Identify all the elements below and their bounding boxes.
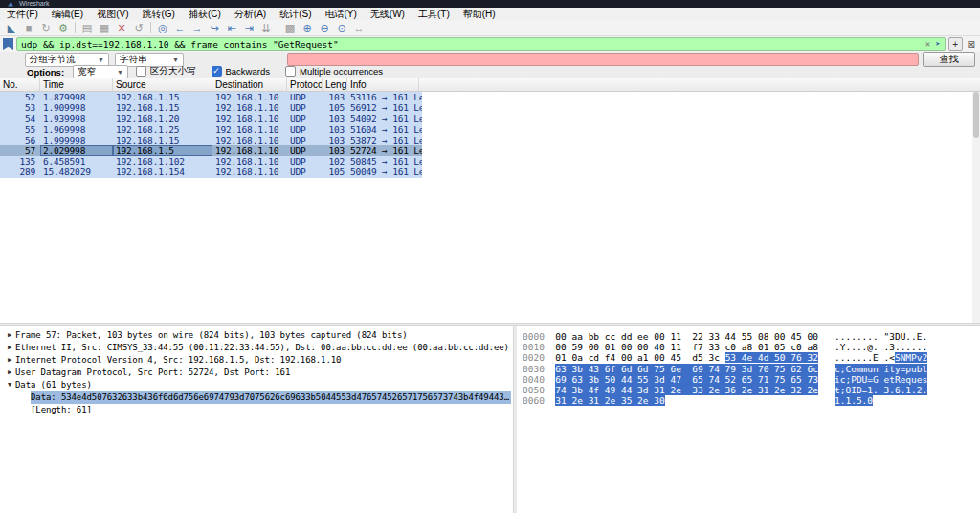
save-file-icon[interactable]: ▦ xyxy=(96,21,113,35)
filter-apply-icon[interactable]: ➤ xyxy=(935,39,940,49)
packet-cell-len: 103 xyxy=(323,135,347,145)
packet-cell-dst: 192.168.1.10 xyxy=(212,167,287,177)
hex-selection: 74 3b 4f 49 44 3d 31 2e 33 2e 36 2e 31 2… xyxy=(555,385,818,395)
packet-cell-time: 1.909998 xyxy=(40,102,113,113)
reload-file-icon[interactable]: ↺ xyxy=(130,21,147,35)
hex-row[interactable]: 004069 63 3b 50 44 55 3d 47 65 74 52 65 … xyxy=(523,374,980,385)
menu-edit[interactable]: 编辑(E) xyxy=(45,8,90,20)
hex-row[interactable]: 005074 3b 4f 49 44 3d 31 2e 33 2e 36 2e … xyxy=(523,385,980,395)
restart-capture-icon[interactable]: ↻ xyxy=(37,21,55,35)
go-forward-icon[interactable]: → xyxy=(189,21,206,35)
detail-row[interactable]: ▶Ethernet II, Src: CIMSYS_33:44:55 (00:1… xyxy=(0,342,513,354)
backwards-checkbox[interactable]: ✓Backwards xyxy=(212,66,270,77)
filter-clear-icon[interactable]: ✕ xyxy=(925,39,930,49)
column-header-time[interactable]: Time xyxy=(40,78,113,91)
go-back-icon[interactable]: ← xyxy=(171,21,189,35)
go-to-packet-icon[interactable]: ↪ xyxy=(206,21,223,35)
find-width-dropdown[interactable]: 宽窄 ▼ xyxy=(73,65,128,78)
resize-columns-icon[interactable]: ↔ xyxy=(350,21,368,35)
detail-row[interactable]: [Length: 61] xyxy=(0,404,513,416)
detail-row[interactable]: ▶Internet Protocol Version 4, Src: 192.1… xyxy=(0,354,513,367)
collapsed-arrow-icon[interactable]: ▶ xyxy=(4,354,15,367)
column-header-destination[interactable]: Destination xyxy=(212,78,287,91)
detail-text: Frame 57: Packet, 103 bytes on wire (824… xyxy=(15,329,408,342)
display-filter-input[interactable]: udp && ip.dst==192.168.1.10 && frame con… xyxy=(16,37,946,51)
collapsed-arrow-icon[interactable]: ▶ xyxy=(4,367,15,379)
packet-row[interactable]: 1356.458591192.168.1.102192.168.1.10UDP1… xyxy=(0,156,422,167)
column-header-no[interactable]: No. xyxy=(0,78,40,91)
detail-row[interactable]: ▶Frame 57: Packet, 103 bytes on wire (82… xyxy=(0,329,513,342)
packet-list-scrollbar[interactable] xyxy=(972,92,980,323)
packet-row[interactable]: 551.969998192.168.1.25192.168.1.10UDP103… xyxy=(0,124,422,135)
colorize-icon[interactable]: ▩ xyxy=(281,21,299,35)
multiple-occurrences-checkbox[interactable]: Multiple occurrences xyxy=(285,66,383,77)
packet-cell-src: 192.168.1.20 xyxy=(113,113,212,123)
find-input[interactable] xyxy=(287,53,919,66)
packet-row[interactable]: 28915.482029192.168.1.154192.168.1.10UDP… xyxy=(0,167,422,177)
collapsed-arrow-icon[interactable]: ▶ xyxy=(4,329,15,342)
detail-row-selected[interactable]: Data: 534e4d507632633b436f6d6d756e697479… xyxy=(0,391,513,404)
packet-row[interactable]: 561.999998192.168.1.15192.168.1.10UDP103… xyxy=(0,135,422,145)
find-packet-icon[interactable]: ◎ xyxy=(154,21,171,35)
packet-bytes-pane: 000000 aa bb cc dd ee 00 11 22 33 44 55 … xyxy=(517,326,980,513)
packet-row[interactable]: 531.909998192.168.1.15192.168.1.10UDP105… xyxy=(0,102,422,113)
packet-row[interactable]: 541.939998192.168.1.20192.168.1.10UDP103… xyxy=(0,113,422,123)
start-capture-icon[interactable]: ◣ xyxy=(3,21,20,35)
zoom-out-icon[interactable]: ⊖ xyxy=(316,21,333,35)
hex-row[interactable]: 000000 aa bb cc dd ee 00 11 22 33 44 55 … xyxy=(523,331,980,342)
menu-help[interactable]: 帮助(H) xyxy=(457,8,502,20)
hex-offset: 0050 xyxy=(523,385,545,395)
collapsed-arrow-icon[interactable]: ▶ xyxy=(4,342,15,354)
filter-add-button[interactable]: + xyxy=(948,37,963,51)
packet-cell-proto: UDP xyxy=(287,156,323,167)
unchecked-checkbox-icon[interactable] xyxy=(285,66,296,77)
menu-statistics[interactable]: 统计(S) xyxy=(273,8,318,20)
case-sensitive-checkbox[interactable]: 区分大小写 xyxy=(136,65,196,78)
hex-selection: 63 3b 43 6f 6d 6d 75 6e 69 74 79 3d 70 7… xyxy=(555,364,818,374)
go-last-icon[interactable]: ⇥ xyxy=(240,21,257,35)
scrollbar-thumb[interactable] xyxy=(973,92,979,138)
chevron-down-icon: ▼ xyxy=(98,56,104,63)
menu-wireless[interactable]: 无线(W) xyxy=(364,8,412,20)
checked-checkbox-icon[interactable]: ✓ xyxy=(212,66,222,77)
unchecked-checkbox-icon[interactable] xyxy=(136,66,146,77)
filter-bookmark-icon[interactable] xyxy=(3,38,13,50)
column-header-info[interactable]: Info xyxy=(347,78,419,91)
packet-cell-dst: 192.168.1.10 xyxy=(212,113,287,123)
column-header-protoco[interactable]: Protoco xyxy=(287,78,323,91)
close-file-icon[interactable]: ✕ xyxy=(113,21,130,35)
zoom-in-icon[interactable]: ⊕ xyxy=(299,21,316,35)
menu-analyze[interactable]: 分析(A) xyxy=(228,8,273,20)
packet-row-selected[interactable]: 572.029998192.168.1.5192.168.1.10UDP1035… xyxy=(0,145,422,156)
packet-list-rows: 521.879998192.168.1.15192.168.1.10UDP103… xyxy=(0,92,422,178)
menu-telephony[interactable]: 电话(Y) xyxy=(319,8,364,20)
menu-view[interactable]: 视图(V) xyxy=(90,8,135,20)
packet-cell-len: 103 xyxy=(323,145,347,156)
packet-cell-info: 54092 → 161 Len=61 xyxy=(347,113,422,123)
hex-row[interactable]: 001000 59 00 01 00 00 40 11 f7 33 c0 a8 … xyxy=(523,342,980,352)
detail-row[interactable]: ▶User Datagram Protocol, Src Port: 52724… xyxy=(0,367,513,379)
hex-row[interactable]: 003063 3b 43 6f 6d 6d 75 6e 69 74 79 3d … xyxy=(523,364,980,374)
find-button[interactable]: 查找 xyxy=(923,52,975,67)
detail-row[interactable]: ▼Data (61 bytes) xyxy=(0,379,513,391)
hex-row[interactable]: 006031 2e 31 2e 35 2e 301.1.5.0 xyxy=(523,395,980,406)
filter-close-icon[interactable]: ⊠ xyxy=(968,39,975,50)
capture-options-icon[interactable]: ⚙ xyxy=(55,21,72,35)
menu-capture[interactable]: 捕获(C) xyxy=(182,8,228,20)
auto-scroll-icon[interactable]: ⇊ xyxy=(257,21,275,35)
go-first-icon[interactable]: ⇤ xyxy=(223,21,240,35)
open-file-icon[interactable]: ▤ xyxy=(78,21,96,35)
packet-cell-info: 52724 → 161 Len=61 xyxy=(347,145,422,156)
packet-row[interactable]: 521.879998192.168.1.15192.168.1.10UDP103… xyxy=(0,92,422,102)
hex-row[interactable]: 002001 0a cd f4 00 a1 00 45 d5 3c 53 4e … xyxy=(523,352,980,363)
find-width-label: 宽窄 xyxy=(78,66,96,78)
expanded-arrow-icon[interactable]: ▼ xyxy=(4,379,15,391)
stop-capture-icon[interactable]: ■ xyxy=(20,21,37,35)
menu-go[interactable]: 跳转(G) xyxy=(135,8,181,20)
menu-tools[interactable]: 工具(T) xyxy=(412,8,457,20)
column-header-lengt[interactable]: Lengt xyxy=(323,78,347,91)
column-header-source[interactable]: Source xyxy=(113,78,212,91)
menu-file[interactable]: 文件(F) xyxy=(0,8,45,20)
packet-cell-info: 50049 → 161 Len=63 xyxy=(347,167,422,177)
zoom-reset-icon[interactable]: ⊙ xyxy=(333,21,350,35)
